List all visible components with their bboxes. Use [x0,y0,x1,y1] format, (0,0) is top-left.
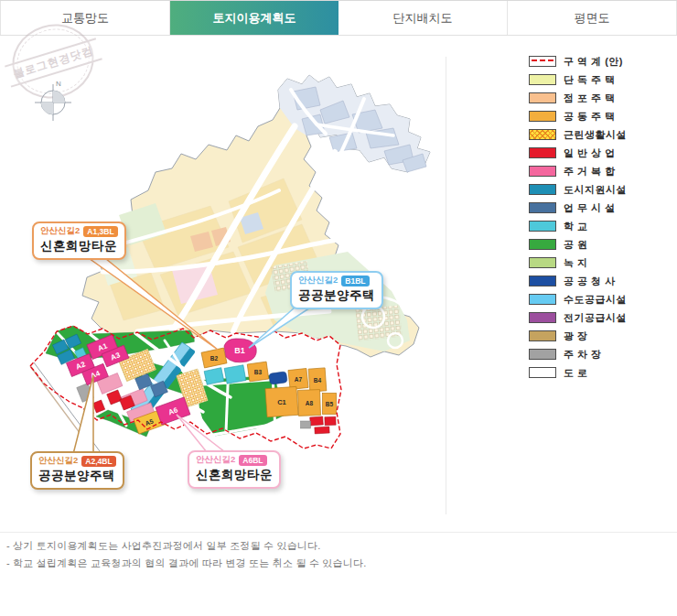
legend-label: 단 독 주 택 [564,73,616,87]
legend-label: 주 차 장 [564,348,602,362]
legend-swatch-electric-supply [529,312,556,323]
label-c1: C1 [277,398,286,406]
label-b5: B5 [326,401,334,407]
legend-label: 학 교 [564,220,588,233]
legend-row: 녹 지 [529,254,673,272]
legend-label: 공 동 주 택 [564,110,616,124]
legend-label: 점 포 주 택 [564,92,616,105]
compass: N [35,80,71,121]
legend-label: 일 반 상 업 [564,146,616,160]
legend-row: 근린생활시설 [529,125,673,144]
callout-b1bl: 안산신길2B1BL 공공분양주택 [290,271,383,309]
legend-row: 주 거 복 합 [529,162,673,180]
legend-label: 구 역 계 (안) [564,55,623,69]
legend-swatch-neighborhood-facility [529,129,556,140]
city-lot-texture-2 [355,306,402,341]
legend-swatch-boundary [529,56,556,67]
label-a7: A7 [295,376,303,383]
label-b2: B2 [210,355,219,362]
compass-north-label: N [56,80,61,88]
callout-district: 안산신길2 [40,225,80,237]
legend-label: 주 거 복 합 [564,165,616,178]
public-office-block [269,372,287,385]
land-use-plan-page: { "tabs": [ {"label": "교통망도", "active": … [0,0,677,616]
legend-row: 일 반 상 업 [529,144,673,162]
legend-row: 업 무 시 설 [529,199,673,217]
legend-swatch-business [529,202,556,213]
legend-label: 광 장 [564,330,588,343]
legend-swatch-commercial [529,147,556,158]
legend-label: 도 로 [564,366,588,380]
label-b3: B3 [254,369,263,375]
legend-swatch-apartment [529,111,556,122]
tab-traffic-map[interactable]: 교통망도 [0,1,170,35]
legend-label: 공 공 청 사 [564,275,616,288]
callout-district: 안산신길2 [298,275,338,286]
tab-floor-plan[interactable]: 평면도 [508,1,677,35]
callout-title: 신혼희망타운 [196,467,273,483]
tab-bar: 교통망도 토지이용계획도 단지배치도 평면도 [0,0,677,36]
legend-row: 주 차 장 [529,345,673,363]
legend-swatch-water-supply [529,294,556,305]
legend-swatch-park [529,239,556,250]
legend-swatch-school [529,221,556,232]
callout-a13bl: 안산신길2A1,3BL 신혼희망타운 [32,222,126,260]
legend-swatch-detached-housing [529,74,556,85]
legend-label: 업 무 시 설 [564,201,616,215]
footnote-1: - 상기 토지이용계획도는 사업추진과정에서 일부 조정될 수 있습니다. [6,539,677,553]
legend-label: 근린생활시설 [564,128,627,142]
city-area [82,75,430,357]
callout-title: 공공분양주택 [298,287,375,304]
parking-block-east [301,421,311,428]
callout-block-badge: A2,4BL [81,456,115,467]
legend-row: 공 동 주 택 [529,107,673,125]
legend-row: 공 공 청 사 [529,272,673,290]
legend-swatch-road [529,367,556,378]
legend-row: 도시지원시설 [529,180,673,199]
callout-block-badge: A1,3BL [83,226,117,237]
tab-site-layout[interactable]: 단지배치도 [338,1,508,35]
callout-a24bl: 안산신길2A2,4BL 공공분양주택 [30,451,124,490]
legend-row: 공 원 [529,235,673,254]
legend-swatch-shop-housing [529,92,556,103]
map-legend: 구 역 계 (안) 단 독 주 택 점 포 주 택 공 동 주 택 근린생활시설… [529,52,673,382]
legend-label: 도시지원시설 [564,183,627,197]
callout-block-badge: A6BL [239,455,266,466]
legend-swatch-parking [529,349,556,360]
legend-swatch-urban-support [529,184,556,195]
legend-row: 학 교 [529,217,673,235]
legend-swatch-greenery [529,257,556,268]
tab-land-use-plan[interactable]: 토지이용계획도 [170,1,338,35]
callout-a6bl: 안산신길2A6BL 신혼희망타운 [188,450,281,489]
legend-row: 단 독 주 택 [529,70,673,89]
footnote-2: - 학교 설립계획은 교육청과의 협의 결과에 따라 변경 또는 취소 될 수 … [6,557,677,570]
legend-row: 광 장 [529,327,673,345]
legend-label: 공 원 [564,238,588,252]
callout-title: 공공분양주택 [38,468,116,484]
label-b1: B1 [234,346,245,355]
legend-row: 점 포 주 택 [529,89,673,107]
legend-row: 수도공급시설 [529,290,673,308]
callout-title: 신혼희망타운 [40,238,118,254]
legend-label: 전기공급시설 [564,311,627,325]
legend-swatch-mixed-residence [529,166,556,177]
legend-label: 녹 지 [564,256,588,270]
legend-swatch-public-office [529,276,556,286]
legend-swatch-plaza [529,330,556,341]
label-b4: B4 [314,377,322,384]
label-a8: A8 [306,400,314,406]
legend-row: 구 역 계 (안) [529,52,673,70]
legend-row: 도 로 [529,363,673,382]
legend-row: 전기공급시설 [529,308,673,327]
legend-label: 수도공급시설 [564,293,627,307]
callout-district: 안산신길2 [38,455,78,467]
callout-block-badge: B1BL [341,276,369,286]
callout-district: 안산신길2 [196,454,235,466]
footnotes: - 상기 토지이용계획도는 사업추진과정에서 일부 조정될 수 있습니다. - … [0,532,677,574]
